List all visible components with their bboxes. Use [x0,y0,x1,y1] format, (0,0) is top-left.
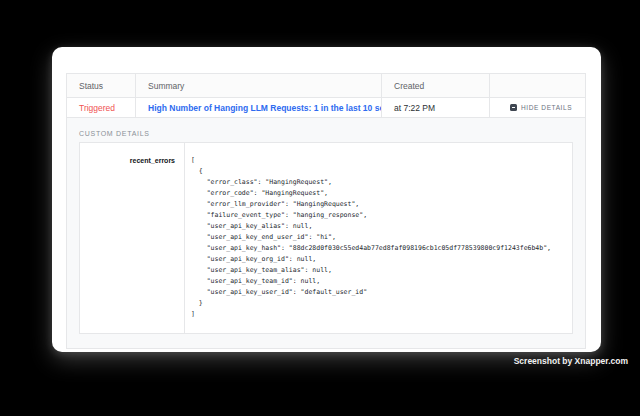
detail-key-label: recent_errors [130,157,175,164]
created-cell: at 7:22 PM [382,98,490,117]
alerts-table: Status Summary Created Triggered High Nu… [66,73,586,349]
header-created: Created [382,74,490,97]
status-badge: Triggered [79,103,115,113]
alert-details-card: Status Summary Created Triggered High Nu… [52,47,601,352]
table-header-row: Status Summary Created [67,74,585,98]
hide-details-button[interactable]: HIDE DETAILS [502,98,572,117]
detail-value-column: [ { "error_class": "HangingRequest", "er… [185,143,572,333]
xnapper-watermark: Screenshot by Xnapper.com [514,356,628,366]
custom-details-heading: CUSTOM DETAILS [79,130,573,137]
summary-cell: High Number of Hanging LLM Requests: 1 i… [136,98,382,117]
expanded-details-panel: CUSTOM DETAILS recent_errors [ { "error_… [67,118,585,348]
header-summary: Summary [136,74,382,97]
alert-summary-link[interactable]: High Number of Hanging LLM Requests: 1 i… [148,103,382,113]
table-row: Triggered High Number of Hanging LLM Req… [67,98,585,118]
header-actions [490,74,587,97]
created-time: at 7:22 PM [394,103,435,113]
actions-cell: HIDE DETAILS [490,98,587,117]
recent-errors-json: [ { "error_class": "HangingRequest", "er… [191,155,572,320]
hide-details-label: HIDE DETAILS [521,104,572,111]
screenshot-canvas: { "table": { "headers": { "status": "Sta… [0,0,640,416]
status-cell: Triggered [67,98,136,117]
collapse-minus-icon [510,104,517,111]
header-status: Status [67,74,136,97]
custom-details-box: recent_errors [ { "error_class": "Hangin… [79,142,573,334]
detail-key-column: recent_errors [80,143,185,333]
